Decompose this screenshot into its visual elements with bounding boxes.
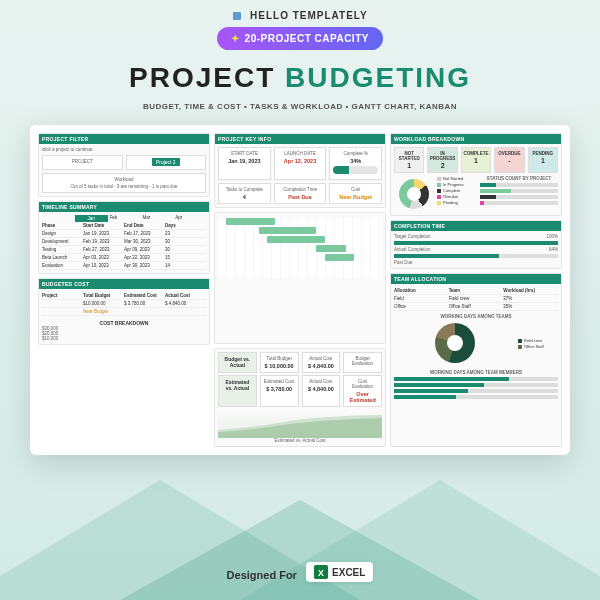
dashboard-screenshot: PROJECT FILTER click a project to contin… <box>30 125 570 455</box>
svg-rect-0 <box>233 12 241 20</box>
workload-donut <box>399 179 429 209</box>
area-chart <box>218 410 382 438</box>
brand-header: HELLO TEMPLATELY <box>0 0 600 27</box>
timeline-panel: TIMELINE SUMMARY JanFebMarApr PhaseStart… <box>38 201 210 274</box>
footer: Designed For X EXCEL <box>0 562 600 582</box>
budget-vs-actual: Budget vs. Actual Total Budget$ 10,000.0… <box>214 348 386 447</box>
excel-badge: X EXCEL <box>306 562 373 582</box>
budget-panel: BUDGETED COST ProjectTotal BudgetEstimat… <box>38 278 210 345</box>
svg-text:X: X <box>318 568 324 578</box>
keyinfo-panel: PROJECT KEY INFO START DATEJan 19, 2023 … <box>214 133 386 208</box>
page-title: PROJECT BUDGETING <box>0 62 600 94</box>
excel-icon: X <box>314 565 328 579</box>
project-select[interactable]: Project 2 <box>152 158 180 166</box>
completion-panel: COMPLETION TIME Target Completion100% Ac… <box>390 220 562 269</box>
subtitle: BUDGET, TIME & COST • TASKS & WORKLOAD •… <box>0 102 600 111</box>
team-donut <box>435 323 475 363</box>
team-panel: TEAM ALLOCATION AllocationTeamWorkload (… <box>390 273 562 447</box>
project-filter-panel: PROJECT FILTER click a project to contin… <box>38 133 210 197</box>
capacity-badge: 20-PROJECT CAPACITY <box>217 27 383 50</box>
gantt-panel <box>214 212 386 344</box>
workload-panel: WORKLOAD BREAKDOWN NOT STARTED1 IN PROGR… <box>390 133 562 216</box>
